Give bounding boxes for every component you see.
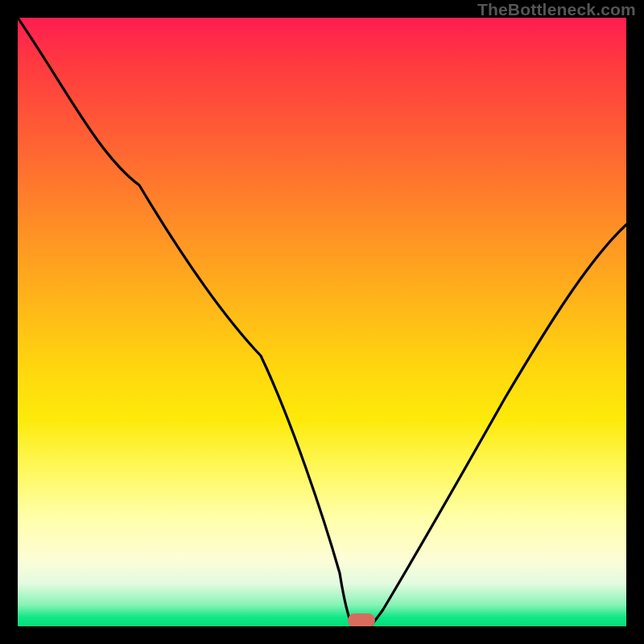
optimal-marker — [348, 613, 375, 626]
plot-area — [18, 18, 626, 626]
bottleneck-curve — [18, 18, 626, 626]
watermark-label: TheBottleneck.com — [477, 0, 636, 19]
chart-frame: TheBottleneck.com — [0, 0, 644, 644]
